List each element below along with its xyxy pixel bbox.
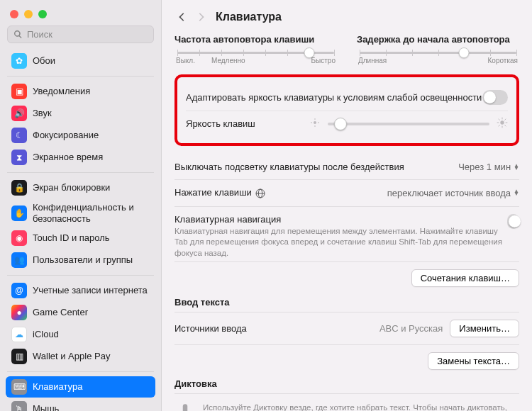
- sidebar-item-game-center[interactable]: ●Game Center: [6, 302, 155, 323]
- keyboard-nav-toggle[interactable]: [507, 214, 519, 229]
- input-sources-label: Источники ввода: [174, 323, 247, 334]
- main-pane: Клавиатура Частота автоповтора клавиши В…: [162, 0, 532, 411]
- fingerprint-icon: ◉: [11, 230, 27, 246]
- window-controls: [0, 0, 161, 26]
- sidebar-item-privacy[interactable]: ✋Конфиденциальность и безопасность: [6, 199, 155, 227]
- flower-icon: ✿: [11, 53, 27, 69]
- divider: [7, 275, 154, 276]
- repeat-rate-slider[interactable]: [177, 52, 334, 54]
- wallet-icon: ▥: [11, 349, 27, 364]
- svg-point-5: [500, 120, 504, 124]
- keypress-label: Нажатие клавиши: [174, 187, 266, 199]
- svg-line-11: [504, 125, 506, 126]
- cloud-icon: ☁: [11, 327, 27, 342]
- backlight-off-select[interactable]: Через 1 мин▲▼: [458, 162, 519, 172]
- sidebar-item-wallet[interactable]: ▥Wallet и Apple Pay: [6, 346, 155, 367]
- highlighted-section: Адаптировать яркость клавиатуры к услови…: [174, 74, 519, 146]
- sidebar: Поиск ✿Обои ▣Уведомления 🔊Звук ☾Фокусиро…: [0, 0, 162, 411]
- svg-line-13: [504, 119, 506, 120]
- key-brightness-label: Яркость клавиш: [186, 118, 255, 129]
- divider: [7, 371, 154, 372]
- fullscreen-window-button[interactable]: [38, 10, 47, 18]
- divider: [7, 172, 154, 173]
- repeat-rate-label: Частота автоповтора клавиши: [174, 34, 337, 45]
- brightness-low-icon: [309, 117, 321, 130]
- keyboard-nav-title: Клавиатурная навигация: [174, 214, 507, 225]
- forward-button[interactable]: [192, 9, 210, 26]
- repeat-delay-label: Задержка до начала автоповтора: [357, 34, 519, 45]
- mouse-icon: 🖱: [11, 401, 27, 411]
- shortcuts-button[interactable]: Сочетания клавиш…: [411, 269, 519, 287]
- backlight-off-label: Выключать подсветку клавиатуры после без…: [174, 162, 404, 172]
- speaker-icon: 🔊: [11, 106, 27, 121]
- keypress-select[interactable]: переключает источник ввода▲▼: [387, 188, 519, 198]
- hand-icon: ✋: [11, 206, 27, 221]
- repeat-delay-slider[interactable]: [360, 52, 516, 54]
- divider: [7, 76, 154, 77]
- svg-line-10: [499, 119, 500, 120]
- input-sources-value: ABC и Русская: [379, 323, 443, 334]
- search-icon: [13, 30, 23, 39]
- dictation-desc: Используйте Диктовку везде, где хотите н…: [203, 402, 519, 411]
- chevron-updown-icon: ▲▼: [514, 164, 519, 170]
- brightness-high-icon: [497, 117, 508, 130]
- sidebar-item-icloud[interactable]: ☁iCloud: [6, 324, 155, 345]
- header: Клавиатура: [162, 0, 532, 30]
- sidebar-item-touchid[interactable]: ◉Touch ID и пароль: [6, 227, 155, 249]
- adapt-brightness-toggle[interactable]: [482, 90, 508, 105]
- bell-icon: ▣: [11, 84, 27, 99]
- sidebar-list: ✿Обои ▣Уведомления 🔊Звук ☾Фокусирование …: [0, 50, 161, 411]
- sidebar-item-users[interactable]: 👥Пользователи и группы: [6, 249, 155, 271]
- svg-line-12: [499, 125, 500, 126]
- chevron-updown-icon: ▲▼: [514, 190, 519, 196]
- users-icon: 👥: [11, 252, 27, 268]
- sidebar-item-notifications[interactable]: ▣Уведомления: [6, 81, 155, 102]
- text-replacements-button[interactable]: Замены текста…: [428, 352, 519, 370]
- at-icon: @: [11, 283, 27, 298]
- sidebar-item-sound[interactable]: 🔊Звук: [6, 103, 155, 124]
- content: Частота автоповтора клавиши Выкл.Медленн…: [162, 30, 532, 411]
- sidebar-item-lockscreen[interactable]: 🔒Экран блокировки: [6, 177, 155, 198]
- lock-icon: 🔒: [11, 180, 27, 196]
- page-title: Клавиатура: [216, 11, 282, 23]
- search-placeholder: Поиск: [27, 29, 52, 40]
- sidebar-item-internet-accounts[interactable]: @Учетные записи интернета: [6, 280, 155, 301]
- gamecenter-icon: ●: [11, 305, 27, 320]
- dictation-section-title: Диктовка: [174, 378, 519, 389]
- key-brightness-slider[interactable]: [309, 117, 508, 130]
- moon-icon: ☾: [11, 128, 27, 143]
- microphone-icon: [174, 401, 196, 411]
- keyboard-icon: ⌨: [11, 379, 27, 395]
- svg-rect-17: [183, 404, 188, 411]
- sidebar-item-focus[interactable]: ☾Фокусирование: [6, 125, 155, 146]
- globe-icon: [255, 188, 266, 199]
- keyboard-nav-desc: Клавиатурная навигация для перемещения м…: [174, 226, 507, 259]
- svg-point-0: [314, 121, 316, 124]
- close-window-button[interactable]: [10, 10, 18, 18]
- sidebar-item-screentime[interactable]: ⧗Экранное время: [6, 147, 155, 168]
- text-input-section-title: Ввод текста: [174, 297, 519, 308]
- minimize-window-button[interactable]: [24, 10, 33, 18]
- edit-input-sources-button[interactable]: Изменить…: [450, 320, 519, 337]
- back-button[interactable]: [173, 9, 192, 26]
- sidebar-item-keyboard[interactable]: ⌨Клавиатура: [6, 376, 155, 398]
- sidebar-item-mouse[interactable]: 🖱Мышь: [6, 398, 155, 411]
- search-input[interactable]: Поиск: [7, 26, 154, 43]
- adapt-brightness-label: Адаптировать яркость клавиатуры к услови…: [186, 92, 482, 103]
- sidebar-item-wallpaper[interactable]: ✿Обои: [6, 50, 155, 72]
- hourglass-icon: ⧗: [11, 150, 27, 165]
